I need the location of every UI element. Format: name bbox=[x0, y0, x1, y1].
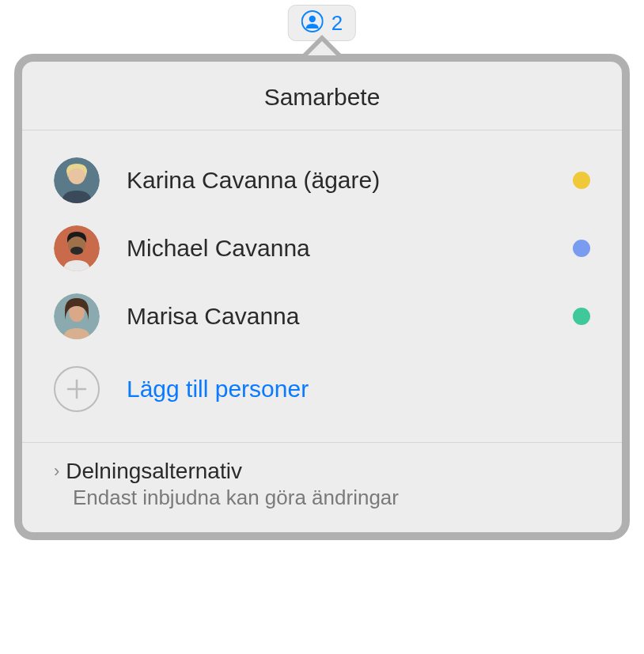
participants-list: Karina Cavanna (ägare) Michael Cavanna bbox=[22, 130, 622, 442]
participant-row[interactable]: Karina Cavanna (ägare) bbox=[54, 146, 590, 214]
chevron-right-icon: › bbox=[54, 463, 59, 480]
person-badge-icon bbox=[301, 10, 324, 36]
avatar bbox=[54, 293, 100, 339]
participant-row[interactable]: Michael Cavanna bbox=[54, 214, 590, 282]
collaborator-count: 2 bbox=[331, 11, 343, 36]
participant-name: Karina Cavanna (ägare) bbox=[127, 167, 573, 194]
avatar bbox=[54, 225, 100, 271]
svg-point-1 bbox=[309, 16, 316, 22]
sharing-options-subtitle: Endast inbjudna kan göra ändringar bbox=[73, 486, 590, 510]
popover-title: Samarbete bbox=[22, 84, 622, 111]
sharing-options-title: Delningsalternativ bbox=[66, 459, 242, 484]
sharing-options-button[interactable]: › Delningsalternativ Endast inbjudna kan… bbox=[22, 442, 622, 532]
status-dot bbox=[573, 308, 590, 325]
avatar bbox=[54, 157, 100, 203]
popover-header: Samarbete bbox=[22, 62, 622, 130]
participant-name: Marisa Cavanna bbox=[127, 303, 573, 330]
collaboration-popover: Samarbete Karina Cavanna (ägare) bbox=[14, 54, 630, 540]
plus-icon bbox=[54, 366, 100, 412]
participant-name: Michael Cavanna bbox=[127, 235, 573, 262]
participant-row[interactable]: Marisa Cavanna bbox=[54, 282, 590, 350]
add-people-button[interactable]: Lägg till personer bbox=[54, 350, 590, 434]
status-dot bbox=[573, 240, 590, 257]
svg-point-6 bbox=[70, 247, 83, 255]
status-dot bbox=[573, 172, 590, 189]
add-people-label: Lägg till personer bbox=[127, 376, 309, 403]
